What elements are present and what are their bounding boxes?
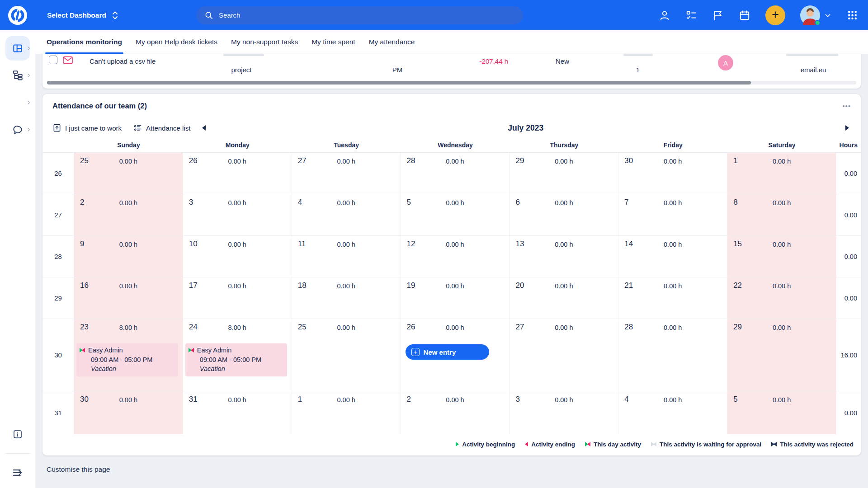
sidebar-item-project-tree[interactable] (0, 62, 35, 89)
day-cell[interactable]: 310.00 h (183, 391, 292, 434)
scrollbar-thumb[interactable] (47, 81, 751, 84)
row-checkbox[interactable] (49, 56, 57, 64)
apps-grid-icon[interactable] (846, 9, 858, 21)
sidebar-item-chat[interactable] (0, 116, 35, 143)
day-hours-label: 0.00 h (509, 199, 618, 206)
day-cell[interactable]: 20.00 h (74, 194, 183, 235)
chevron-down-icon[interactable] (824, 12, 831, 19)
profile-icon[interactable] (659, 9, 670, 21)
day-cell[interactable]: 200.00 h (509, 277, 618, 319)
day-cell[interactable]: 40.00 h (292, 194, 401, 235)
week-row: 31300.00 h310.00 h10.00 h20.00 h30.00 h4… (42, 391, 861, 434)
kebab-menu-icon[interactable]: ••• (842, 102, 851, 110)
day-cell[interactable]: 120.00 h (401, 236, 510, 277)
search-input[interactable] (218, 11, 515, 19)
day-cell[interactable]: 220.00 h (727, 277, 836, 319)
top-bar: Select Dashboard (0, 0, 868, 30)
sidebar-item-collapsed[interactable] (0, 89, 35, 116)
chevron-right-icon (26, 100, 31, 105)
next-month-icon (845, 125, 849, 131)
day-cell[interactable]: 110.00 h (292, 236, 401, 277)
user-avatar[interactable] (800, 5, 820, 25)
day-cell[interactable]: 130.00 h (509, 236, 618, 277)
day-cell[interactable]: 150.00 h (727, 236, 836, 277)
search-bar[interactable] (196, 6, 523, 24)
day-cell[interactable]: 10.00 h (292, 391, 401, 434)
ticket-row[interactable]: Can't upload a csv file project PM -207.… (42, 54, 861, 79)
tab-operations-monitoring[interactable]: Operations monitoring (47, 30, 122, 54)
tab-my-attendance[interactable]: My attendance (369, 30, 415, 54)
day-cell[interactable]: 238.00 hEasy Admin09:00 AM - 05:00 PMVac… (74, 319, 183, 391)
day-cell[interactable]: 20.00 h (401, 391, 510, 434)
expand-sidebar-button[interactable] (0, 461, 35, 484)
day-cell[interactable]: 300.00 h (618, 153, 727, 194)
legend-label: This activity is waiting for approval (660, 441, 761, 448)
horizontal-scrollbar[interactable] (47, 81, 856, 84)
new-entry-button[interactable]: +New entry (406, 344, 490, 360)
day-cell[interactable]: 30.00 h (183, 194, 292, 235)
day-cell[interactable]: 10.00 h (727, 153, 836, 194)
day-cell[interactable]: 280.00 h (401, 153, 510, 194)
day-cell[interactable]: 290.00 h (727, 319, 836, 391)
tab-bar: Operations monitoringMy open Help desk t… (35, 30, 868, 54)
attendance-activity[interactable]: Easy Admin09:00 AM - 05:00 PMVacation (185, 343, 287, 376)
week-number: 26 (42, 153, 74, 194)
day-cell[interactable]: 260.00 h+New entry (401, 319, 510, 391)
day-cell[interactable]: 40.00 h (618, 391, 727, 434)
day-cell[interactable]: 70.00 h (618, 194, 727, 235)
day-cell[interactable]: 60.00 h (509, 194, 618, 235)
calendar-icon[interactable] (739, 9, 750, 21)
day-cell[interactable]: 270.00 h (292, 153, 401, 194)
day-hours-label: 0.00 h (727, 199, 836, 206)
day-cell[interactable]: 280.00 h (618, 319, 727, 391)
day-cell[interactable]: 250.00 h (74, 153, 183, 194)
app-logo[interactable] (0, 5, 35, 26)
tab-my-open-help-desk-tickets[interactable]: My open Help desk tickets (136, 30, 217, 54)
day-cell[interactable]: 160.00 h (74, 277, 183, 319)
user-menu[interactable] (800, 5, 831, 25)
main-content: Operations monitoringMy open Help desk t… (35, 0, 868, 474)
panel-title: Attendance of our team (2) (52, 102, 147, 110)
day-cell[interactable]: 190.00 h (401, 277, 510, 319)
sidebar-item-info[interactable] (0, 422, 35, 446)
day-cell[interactable]: 170.00 h (183, 277, 292, 319)
legend-item-rejected: This activity was rejected (771, 441, 854, 448)
activity-person-name: Easy Admin (197, 347, 232, 354)
day-cell[interactable]: 250.00 h (292, 319, 401, 391)
customise-page-link[interactable]: Customise this page (47, 465, 110, 474)
day-cell[interactable]: 100.00 h (183, 236, 292, 277)
day-cell[interactable]: 260.00 h (183, 153, 292, 194)
tab-my-time-spent[interactable]: My time spent (311, 30, 355, 54)
day-cell[interactable]: 140.00 h (618, 236, 727, 277)
next-month-button[interactable] (844, 123, 851, 132)
sidebar (0, 30, 35, 488)
day-cell[interactable]: 300.00 h (74, 391, 183, 434)
day-cell[interactable]: 30.00 h (509, 391, 618, 434)
day-cell[interactable]: 80.00 h (727, 194, 836, 235)
ticket-title-link[interactable]: Can't upload a csv file (90, 57, 156, 65)
came-to-work-button[interactable]: I just came to work (52, 123, 122, 132)
day-cell[interactable]: 270.00 h (509, 319, 618, 391)
week-row: 30238.00 hEasy Admin09:00 AM - 05:00 PMV… (42, 319, 861, 391)
ticket-status-cell: New (540, 57, 585, 65)
day-cell[interactable]: 50.00 h (727, 391, 836, 434)
day-cell[interactable]: 50.00 h (401, 194, 510, 235)
sidebar-item-dashboard[interactable] (0, 35, 35, 62)
day-cell[interactable]: 210.00 h (618, 277, 727, 319)
activity-time-range: 09:00 AM - 05:00 PM (80, 356, 175, 363)
day-cell[interactable]: 180.00 h (292, 277, 401, 319)
attendance-list-button[interactable]: Attendance list (133, 123, 190, 132)
previous-month-button[interactable] (200, 123, 208, 132)
flag-icon[interactable] (712, 9, 724, 21)
add-new-button[interactable]: + (765, 5, 785, 25)
dashboard-selector[interactable]: Select Dashboard (47, 10, 118, 20)
day-cell[interactable]: 290.00 h (509, 153, 618, 194)
attendance-activity[interactable]: Easy Admin09:00 AM - 05:00 PMVacation (76, 343, 178, 376)
day-cell[interactable]: 248.00 hEasy Admin09:00 AM - 05:00 PMVac… (183, 319, 292, 391)
assignee-avatar[interactable]: A (718, 55, 733, 70)
day-hours-label: 0.00 h (292, 241, 401, 248)
day-cell[interactable]: 90.00 h (74, 236, 183, 277)
ticket-hours-cell: -207.44 h (463, 57, 508, 65)
tab-my-non-support-tasks[interactable]: My non-support tasks (231, 30, 298, 54)
todo-list-icon[interactable] (685, 9, 697, 21)
